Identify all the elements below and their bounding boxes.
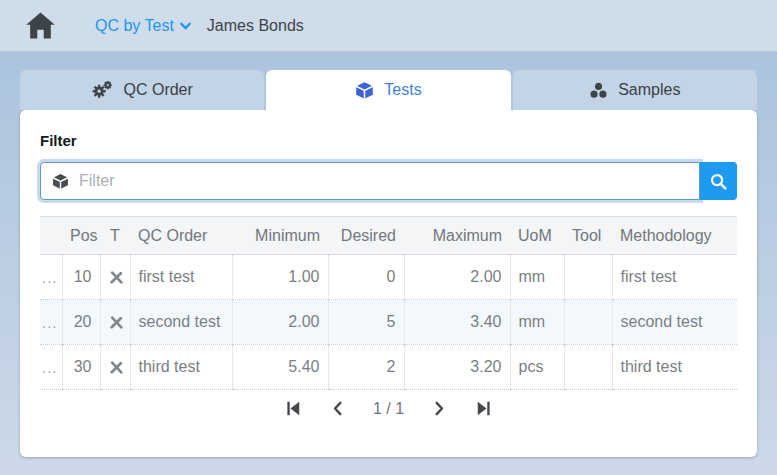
prev-page-button[interactable] — [329, 399, 346, 418]
record-title: James Bonds — [207, 17, 304, 35]
chevron-right-icon — [431, 399, 448, 418]
nav-dropdown-label: QC by Test — [95, 17, 174, 35]
cell-desired: 2 — [328, 345, 404, 390]
tools-icon — [109, 360, 124, 375]
cell-type — [100, 345, 130, 390]
cell-maximum: 3.40 — [404, 300, 510, 345]
chevron-left-icon — [329, 399, 346, 418]
cell-uom: mm — [510, 300, 564, 345]
cell-qc-order: second test — [130, 300, 232, 345]
next-page-button[interactable] — [431, 399, 448, 418]
chevron-down-icon — [180, 22, 191, 30]
tests-table: Pos T QC Order Minimum Desired Maximum U… — [40, 216, 737, 390]
tab-samples[interactable]: Samples — [513, 70, 757, 110]
cell-uom: pcs — [510, 345, 564, 390]
first-page-icon — [283, 399, 302, 418]
col-header-methodology: Methodology — [612, 217, 737, 255]
cell-desired: 0 — [328, 255, 404, 300]
cell-desired: 5 — [328, 300, 404, 345]
tools-icon — [109, 270, 124, 285]
pagination: 1 / 1 — [40, 399, 737, 418]
table-header-row: Pos T QC Order Minimum Desired Maximum U… — [40, 217, 737, 255]
page-indicator: 1 / 1 — [373, 400, 404, 418]
search-icon — [709, 172, 728, 191]
filter-section-label: Filter — [40, 132, 737, 149]
col-header-qc-order: QC Order — [130, 217, 232, 255]
table-row[interactable]: ... 30 third test 5.40 2 3.20 — [40, 345, 737, 390]
app-screen: QC by Test James Bonds QC Order — [0, 0, 777, 475]
col-header-minimum: Minimum — [232, 217, 328, 255]
cube-icon — [52, 173, 69, 190]
col-header-desired: Desired — [328, 217, 404, 255]
first-page-button[interactable] — [283, 399, 302, 418]
cell-maximum: 3.20 — [404, 345, 510, 390]
cell-type — [100, 255, 130, 300]
cell-minimum: 2.00 — [232, 300, 328, 345]
gears-icon — [91, 80, 113, 100]
cell-tool — [564, 300, 612, 345]
cell-methodology: first test — [612, 255, 737, 300]
tab-label: Tests — [384, 81, 421, 99]
table-row[interactable]: ... 10 first test 1.00 0 2.00 — [40, 255, 737, 300]
cell-tool — [564, 255, 612, 300]
row-menu-trigger[interactable]: ... — [40, 255, 62, 300]
page-content: QC Order Tests Samples Filter — [0, 52, 777, 457]
cell-minimum: 5.40 — [232, 345, 328, 390]
search-button[interactable] — [700, 162, 737, 200]
filter-bar — [40, 162, 737, 200]
home-button[interactable] — [25, 11, 56, 40]
qc-by-test-dropdown[interactable]: QC by Test — [95, 17, 191, 35]
col-header-menu — [40, 217, 62, 255]
tab-label: QC Order — [123, 81, 192, 99]
col-header-maximum: Maximum — [404, 217, 510, 255]
cell-maximum: 2.00 — [404, 255, 510, 300]
cell-methodology: second test — [612, 300, 737, 345]
cell-methodology: third test — [612, 345, 737, 390]
row-menu-trigger[interactable]: ... — [40, 300, 62, 345]
cell-uom: mm — [510, 255, 564, 300]
cell-pos: 10 — [62, 255, 100, 300]
home-icon — [25, 11, 56, 40]
filter-input[interactable] — [79, 172, 688, 190]
cell-qc-order: first test — [130, 255, 232, 300]
samples-icon — [589, 81, 608, 100]
tests-panel: Filter — [20, 110, 757, 457]
col-header-type: T — [100, 217, 130, 255]
tools-icon — [109, 315, 124, 330]
cell-pos: 30 — [62, 345, 100, 390]
col-header-pos: Pos — [62, 217, 100, 255]
tab-label: Samples — [618, 81, 680, 99]
col-header-uom: UoM — [510, 217, 564, 255]
filter-input-wrap — [40, 162, 700, 200]
table-row[interactable]: ... 20 second test 2.00 5 3.40 — [40, 300, 737, 345]
tab-tests[interactable]: Tests — [266, 70, 510, 110]
last-page-icon — [475, 399, 494, 418]
cell-type — [100, 300, 130, 345]
cell-tool — [564, 345, 612, 390]
cube-icon — [355, 81, 374, 100]
topbar: QC by Test James Bonds — [0, 0, 777, 52]
tab-bar: QC Order Tests Samples — [20, 70, 757, 110]
cell-qc-order: third test — [130, 345, 232, 390]
cell-minimum: 1.00 — [232, 255, 328, 300]
row-menu-trigger[interactable]: ... — [40, 345, 62, 390]
tab-qc-order[interactable]: QC Order — [20, 70, 264, 110]
cell-pos: 20 — [62, 300, 100, 345]
col-header-tool: Tool — [564, 217, 612, 255]
last-page-button[interactable] — [475, 399, 494, 418]
